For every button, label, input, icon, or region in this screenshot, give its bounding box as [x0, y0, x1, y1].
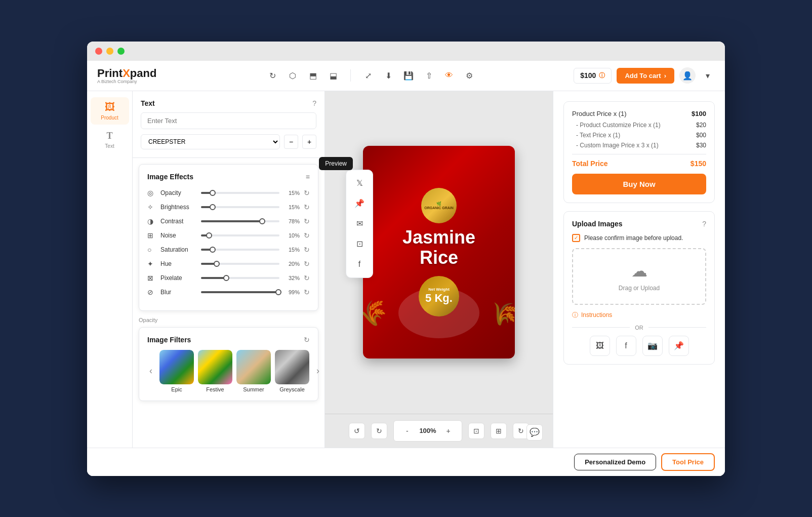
upload-instagram-icon[interactable]: 📷	[642, 336, 663, 356]
filter-greyscale-thumb	[275, 350, 309, 384]
panel-area: Text ? CREEPSTER − + Image Ef	[133, 91, 325, 448]
filter-epic[interactable]: Epic	[159, 350, 194, 392]
crop-btn[interactable]: ⊡	[468, 423, 484, 439]
undo-icon[interactable]: ↻	[265, 68, 279, 83]
saturation-reset[interactable]: ↻	[304, 246, 310, 254]
filter-greyscale[interactable]: Greyscale	[275, 350, 309, 392]
price-value: $100	[580, 71, 596, 79]
effects-menu-icon[interactable]: ≡	[306, 173, 310, 181]
undo-canvas-btn[interactable]: ↺	[349, 423, 365, 439]
saturation-label: Saturation	[160, 246, 197, 253]
save-icon[interactable]: 💾	[401, 68, 416, 83]
buy-now-button[interactable]: Buy Now	[572, 174, 706, 194]
product-inner: 🌿 ORGANIC GRAIN Jasmine Rice Net Weig	[392, 178, 485, 326]
info-icon[interactable]: ⓘ	[599, 71, 605, 80]
filter-greyscale-label: Greyscale	[279, 386, 305, 392]
filter-festive[interactable]: Festive	[198, 350, 232, 392]
chat-icon-wrapper: 💬	[526, 424, 543, 441]
grid-btn[interactable]: ⊞	[491, 423, 507, 439]
preview-icon[interactable]: 👁	[442, 68, 456, 83]
opacity-slider[interactable]	[201, 192, 279, 194]
hue-slider[interactable]	[201, 263, 279, 265]
text-panel-header: Text ?	[141, 99, 316, 107]
pixelate-reset[interactable]: ↻	[304, 274, 310, 282]
product-name: Jasmine Rice	[402, 227, 475, 267]
opacity-label: Opacity	[160, 189, 197, 196]
layers-icon[interactable]: ⬡	[286, 68, 300, 83]
share-facebook[interactable]: f	[351, 256, 368, 272]
share-icon[interactable]: ⇧	[422, 68, 436, 83]
filter-epic-thumb	[159, 350, 194, 384]
sidebar-item-product[interactable]: 🖼 Product	[91, 97, 129, 125]
chat-icon[interactable]: 💬	[526, 424, 543, 441]
filter-epic-label: Epic	[171, 386, 182, 392]
add-to-cart-button[interactable]: Add To cart ›	[617, 68, 674, 84]
brightness-slider[interactable]	[201, 206, 279, 208]
upload-pinterest-icon[interactable]: 📌	[669, 336, 689, 356]
personalized-demo-button[interactable]: Personalized Demo	[574, 454, 656, 470]
share-pinterest[interactable]: 📌	[351, 195, 368, 212]
zoom-out-btn[interactable]: -	[399, 423, 415, 439]
maximize-button[interactable]	[117, 48, 125, 55]
import-icon[interactable]: ⬒	[306, 68, 320, 83]
blur-icon: ⊘	[147, 288, 156, 296]
text-help-icon[interactable]: ?	[312, 99, 316, 107]
brightness-icon: ✧	[147, 203, 156, 211]
divider-line-left	[572, 327, 630, 328]
upload-help-icon[interactable]: ?	[702, 220, 706, 228]
contrast-reset[interactable]: ↻	[304, 217, 310, 225]
right-panel: Product Price x (1) $100 - Product Custo…	[553, 91, 725, 448]
brightness-reset[interactable]: ↻	[304, 203, 310, 211]
pixelate-slider[interactable]	[201, 277, 279, 279]
contrast-icon: ◑	[147, 217, 156, 225]
contrast-slider[interactable]	[201, 220, 279, 222]
product-price-label: Product Price x (1)	[572, 110, 627, 117]
upload-dropzone[interactable]: ☁ Drag or Upload	[572, 248, 706, 305]
filter-summer[interactable]: Summer	[236, 350, 271, 392]
filters-reset[interactable]: ↻	[304, 336, 310, 344]
font-select[interactable]: CREEPSTER	[141, 134, 280, 149]
font-size-increase[interactable]: +	[302, 135, 316, 149]
share-email[interactable]: ✉	[351, 216, 368, 232]
minimize-button[interactable]	[106, 48, 113, 55]
product-price-value: $100	[692, 110, 706, 117]
scroll-opacity-label: Opacity	[133, 317, 324, 327]
preview-tooltip: Preview	[319, 157, 353, 170]
expand-icon[interactable]: ⤢	[361, 68, 375, 83]
noise-slider[interactable]	[201, 234, 279, 236]
filter-prev[interactable]: ‹	[147, 364, 154, 378]
filter-next[interactable]: ›	[314, 364, 321, 378]
tool-price-button[interactable]: Tool Price	[661, 453, 715, 471]
text-input[interactable]	[141, 112, 316, 129]
effect-brightness: ✧ Brightness 15% ↻	[147, 203, 310, 211]
chevron-down-icon[interactable]: ▾	[701, 68, 715, 83]
close-button[interactable]	[95, 48, 102, 55]
filter-festive-label: Festive	[206, 386, 224, 392]
confirm-row: Please confirm image before upload.	[572, 234, 706, 242]
share-twitter[interactable]: 𝕏	[351, 175, 368, 191]
logo-subtitle: A Biztech Company	[97, 79, 168, 84]
saturation-slider[interactable]	[201, 249, 279, 251]
price-display: $100 ⓘ	[574, 68, 612, 84]
settings-icon[interactable]: ⚙	[462, 68, 476, 83]
font-size-decrease[interactable]: −	[284, 135, 298, 149]
zoom-in-btn[interactable]: +	[440, 423, 457, 439]
export-icon[interactable]: ⬓	[326, 68, 340, 83]
opacity-reset[interactable]: ↻	[304, 189, 310, 197]
instructions-link[interactable]: ⓘ Instructions	[572, 311, 706, 320]
download-icon[interactable]: ⬇	[381, 68, 395, 83]
effect-hue: ✦ Hue 20% ↻	[147, 260, 310, 268]
confirm-checkbox[interactable]	[572, 234, 580, 242]
user-avatar[interactable]: 👤	[679, 67, 696, 84]
blur-reset[interactable]: ↻	[304, 288, 310, 296]
upload-facebook-icon[interactable]: f	[616, 336, 636, 356]
hue-reset[interactable]: ↻	[304, 260, 310, 268]
share-copy[interactable]: ⊡	[351, 236, 368, 252]
upload-gallery-icon[interactable]: 🖼	[590, 336, 610, 356]
noise-reset[interactable]: ↻	[304, 231, 310, 240]
blur-slider[interactable]	[201, 291, 279, 293]
bottom-bar: Personalized Demo Tool Price	[87, 448, 725, 476]
redo-canvas-btn[interactable]: ↻	[371, 423, 387, 439]
saturation-value: 15%	[283, 247, 300, 253]
sidebar-item-text[interactable]: T Text	[91, 127, 129, 153]
